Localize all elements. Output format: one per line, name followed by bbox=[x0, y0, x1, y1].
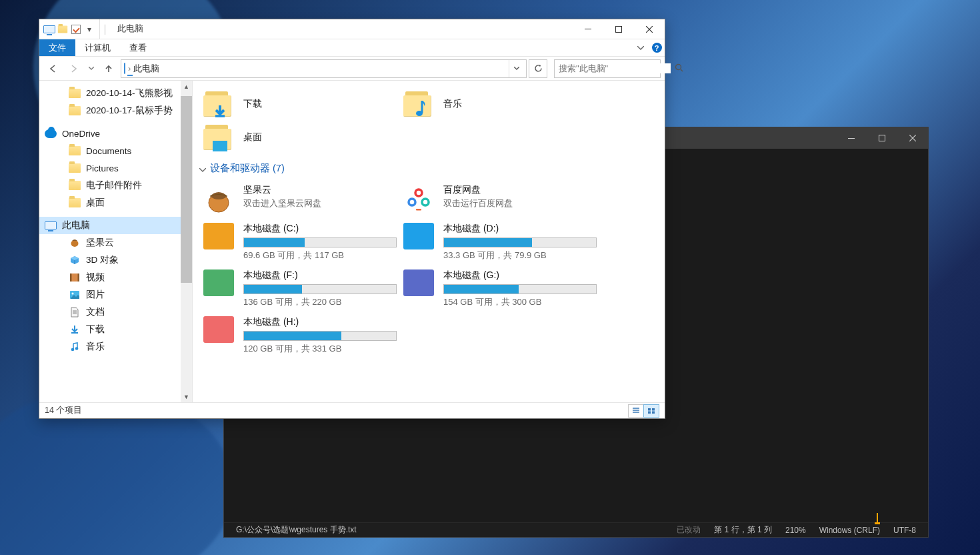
tree-item-folder[interactable]: 2020-10-14-飞熊影视 bbox=[39, 85, 192, 102]
svg-point-13 bbox=[416, 111, 423, 116]
folder-icon[interactable] bbox=[57, 23, 69, 35]
drive-item[interactable]: 本地磁盘 (C:) 69.6 GB 可用，共 117 GB bbox=[199, 219, 399, 265]
svg-point-5 bbox=[71, 240, 79, 247]
app-subtitle: 双击进入坚果云网盘 bbox=[243, 197, 395, 209]
app-subtitle: 双击运行百度网盘 bbox=[443, 197, 595, 209]
help-button[interactable]: ? bbox=[649, 39, 665, 56]
drive-item[interactable]: 本地磁盘 (G:) 154 GB 可用，共 300 GB bbox=[399, 265, 599, 312]
folder-icon bbox=[203, 90, 234, 118]
drive-usage-bar bbox=[443, 237, 597, 247]
navpane-scrollbar[interactable]: ▲ ▼ bbox=[181, 81, 192, 402]
properties-checkbox-icon[interactable] bbox=[70, 23, 82, 35]
tree-item-pictures[interactable]: 图片 bbox=[39, 286, 192, 304]
group-header-devices[interactable]: 设备和驱动器 (7) bbox=[199, 162, 665, 175]
nav-back[interactable] bbox=[43, 59, 62, 78]
folder-desktop[interactable]: 桌面 bbox=[199, 121, 399, 154]
group-label: 设备和驱动器 (7) bbox=[210, 162, 285, 175]
tree-label: Pictures bbox=[86, 163, 119, 173]
editor-maximize[interactable] bbox=[867, 127, 897, 149]
navbar: › 此电脑 bbox=[39, 57, 665, 81]
tab-computer[interactable]: 计算机 bbox=[75, 39, 120, 56]
tree-item-videos[interactable]: 视频 bbox=[39, 269, 192, 286]
address-pc-icon bbox=[124, 63, 125, 73]
music-icon bbox=[69, 341, 81, 353]
pc-icon bbox=[45, 219, 57, 231]
editor-encoding[interactable]: UTF-8 bbox=[887, 526, 923, 535]
folder-icon bbox=[403, 90, 434, 118]
drive-item[interactable]: 本地磁盘 (D:) 33.3 GB 可用，共 79.9 GB bbox=[399, 219, 599, 265]
chevron-right-icon[interactable]: › bbox=[125, 63, 133, 73]
folder-music[interactable]: 音乐 bbox=[399, 87, 599, 121]
editor-minimize[interactable] bbox=[836, 127, 867, 149]
editor-eol[interactable]: Windows (CRLF) bbox=[813, 526, 887, 535]
nav-up[interactable] bbox=[99, 59, 118, 78]
tree-label: 音乐 bbox=[86, 341, 105, 353]
drive-usage-text: 120 GB 可用，共 331 GB bbox=[243, 343, 395, 355]
scroll-down-icon[interactable]: ▼ bbox=[181, 391, 192, 402]
explorer-titlebar[interactable]: ▾ │ 此电脑 bbox=[39, 19, 665, 39]
tree-item-documents[interactable]: 文档 bbox=[39, 304, 192, 321]
drive-item[interactable]: 本地磁盘 (H:) 120 GB 可用，共 331 GB bbox=[199, 312, 399, 359]
folder-icon bbox=[203, 123, 234, 151]
chevron-down-icon[interactable] bbox=[199, 163, 206, 174]
tree-label: 桌面 bbox=[86, 197, 105, 209]
item-count: 14 个项目 bbox=[45, 405, 82, 416]
scroll-up-icon[interactable]: ▲ bbox=[181, 81, 192, 92]
nav-recent-dropdown[interactable] bbox=[86, 59, 97, 78]
editor-close[interactable] bbox=[897, 127, 928, 149]
drive-title: 本地磁盘 (C:) bbox=[243, 223, 395, 235]
ribbon-expand-icon[interactable] bbox=[633, 39, 649, 56]
editor-zoom[interactable]: 210% bbox=[779, 526, 813, 535]
scroll-thumb[interactable] bbox=[181, 96, 192, 283]
svg-rect-19 bbox=[416, 209, 421, 211]
address-dropdown-icon[interactable] bbox=[509, 60, 523, 77]
tree-label: 下载 bbox=[86, 324, 105, 336]
app-baidu[interactable]: 百度网盘 双击运行百度网盘 bbox=[399, 180, 599, 219]
tree-item-folder[interactable]: 2020-10-17-鼠标手势 bbox=[39, 102, 192, 119]
drive-usage-bar bbox=[443, 284, 597, 294]
address-bar[interactable]: › 此电脑 bbox=[121, 59, 527, 78]
folder-downloads[interactable]: 下载 bbox=[199, 87, 399, 121]
tree-item-downloads[interactable]: 下载 bbox=[39, 321, 192, 338]
drive-title: 本地磁盘 (G:) bbox=[443, 269, 595, 282]
window-title: 此电脑 bbox=[111, 23, 143, 35]
minimize-button[interactable] bbox=[573, 19, 603, 39]
navigation-pane[interactable]: 2020-10-14-飞熊影视 2020-10-17-鼠标手势 OneDrive… bbox=[39, 81, 193, 402]
refresh-button[interactable] bbox=[529, 59, 547, 78]
drive-item[interactable]: 本地磁盘 (F:) 136 GB 可用，共 220 GB bbox=[199, 265, 399, 312]
editor-cursor-pos[interactable]: 第 1 行，第 1 列 bbox=[707, 524, 779, 536]
tab-view[interactable]: 查看 bbox=[120, 39, 156, 56]
tree-label: Documents bbox=[86, 146, 131, 156]
maximize-button[interactable] bbox=[603, 19, 634, 39]
tree-item-3d[interactable]: 3D 对象 bbox=[39, 251, 192, 269]
breadcrumb-this-pc[interactable]: 此电脑 bbox=[133, 63, 159, 75]
app-nutcloud[interactable]: 坚果云 双击进入坚果云网盘 bbox=[199, 180, 399, 219]
caret-indicator bbox=[877, 513, 878, 522]
tree-item-folder[interactable]: Documents bbox=[39, 142, 192, 159]
tree-item-onedrive[interactable]: OneDrive bbox=[39, 125, 192, 142]
drive-title: 本地磁盘 (D:) bbox=[443, 223, 595, 235]
close-button[interactable] bbox=[634, 19, 665, 39]
nav-forward[interactable] bbox=[65, 59, 83, 78]
editor-modified: 已改动 bbox=[670, 524, 707, 536]
tree-item-folder[interactable]: 桌面 bbox=[39, 194, 192, 211]
tree-item-folder[interactable]: 电子邮件附件 bbox=[39, 177, 192, 194]
view-tiles-button[interactable] bbox=[643, 404, 659, 418]
tree-label: 2020-10-14-飞熊影视 bbox=[86, 87, 173, 99]
tree-label: 此电脑 bbox=[62, 219, 90, 231]
drive-usage-bar bbox=[243, 237, 397, 247]
search-box[interactable] bbox=[554, 59, 661, 78]
drive-usage-text: 69.6 GB 可用，共 117 GB bbox=[243, 249, 395, 261]
tree-item-music[interactable]: 音乐 bbox=[39, 338, 192, 356]
title-separator: │ bbox=[100, 25, 111, 34]
tree-item-this-pc[interactable]: 此电脑 bbox=[39, 217, 192, 234]
tree-item-folder[interactable]: Pictures bbox=[39, 159, 192, 177]
search-icon[interactable] bbox=[675, 63, 683, 74]
content-pane[interactable]: 下载 音乐 桌面 设备和驱动器 (7) bbox=[193, 81, 665, 402]
search-input[interactable] bbox=[559, 63, 671, 73]
qat-dropdown-icon[interactable]: ▾ bbox=[83, 23, 95, 35]
tab-file[interactable]: 文件 bbox=[39, 39, 75, 56]
drive-title: 本地磁盘 (H:) bbox=[243, 316, 395, 328]
tree-item-nutcloud[interactable]: 坚果云 bbox=[39, 234, 192, 251]
view-details-button[interactable] bbox=[628, 404, 644, 418]
